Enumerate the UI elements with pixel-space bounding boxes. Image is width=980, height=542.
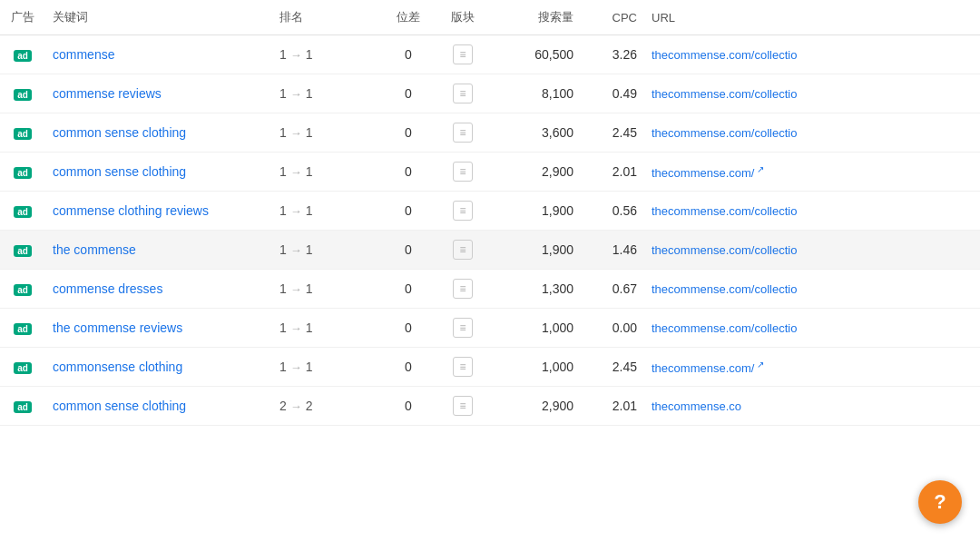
block-cell: ≡ <box>436 309 490 348</box>
keyword-link[interactable]: commense clothing reviews <box>53 203 209 218</box>
keyword-link[interactable]: common sense clothing <box>53 164 186 179</box>
url-cell[interactable]: thecommense.com/collectio <box>644 113 980 153</box>
rank-to: 1 <box>306 281 313 296</box>
rank-cell: 1→1 <box>272 35 381 74</box>
table-row: adcommense clothing reviews1→10≡1,9000.5… <box>0 192 980 231</box>
ad-cell: ad <box>0 35 45 74</box>
rank-to: 1 <box>306 125 313 140</box>
search-volume-cell: 1,900 <box>490 192 581 231</box>
keyword-link[interactable]: commense dresses <box>53 281 162 296</box>
url-link[interactable]: thecommense.com/ ↗ <box>652 166 764 180</box>
keyword-cell[interactable]: common sense clothing <box>45 153 272 192</box>
arrow-icon: → <box>290 204 302 218</box>
ad-cell: ad <box>0 387 45 426</box>
url-cell[interactable]: thecommense.co <box>644 387 980 426</box>
keyword-cell[interactable]: commense clothing reviews <box>45 192 272 231</box>
diff-cell: 0 <box>381 35 436 74</box>
url-cell[interactable]: thecommense.com/collectio <box>644 309 980 348</box>
ad-cell: ad <box>0 270 45 309</box>
cpc-cell: 2.45 <box>581 348 644 387</box>
keyword-cell[interactable]: common sense clothing <box>45 113 272 153</box>
rank-to: 1 <box>306 164 313 179</box>
table-row: adcommense dresses1→10≡1,3000.67thecomme… <box>0 270 980 309</box>
rank-from: 1 <box>279 320 287 335</box>
keyword-cell[interactable]: the commense <box>45 231 272 270</box>
keyword-cell[interactable]: the commense reviews <box>45 309 272 348</box>
url-cell[interactable]: thecommense.com/ ↗ <box>644 153 980 192</box>
rank-to: 1 <box>306 203 313 218</box>
cpc-cell: 0.67 <box>581 270 644 309</box>
block-cell: ≡ <box>436 348 490 387</box>
keyword-link[interactable]: the commense reviews <box>53 320 182 335</box>
cpc-cell: 1.46 <box>581 231 644 270</box>
keyword-cell[interactable]: common sense clothing <box>45 387 272 426</box>
keyword-cell[interactable]: commonsense clothing <box>45 348 272 387</box>
url-link[interactable]: thecommense.com/collectio <box>652 204 797 218</box>
keyword-link[interactable]: commense <box>53 47 114 62</box>
url-link[interactable]: thecommense.com/collectio <box>652 126 797 140</box>
rank-cell: 2→2 <box>272 387 381 426</box>
keyword-cell[interactable]: commense dresses <box>45 270 272 309</box>
search-volume-cell: 1,000 <box>490 309 581 348</box>
diff-cell: 0 <box>381 231 436 270</box>
table-row: adcommonsense clothing1→10≡1,0002.45thec… <box>0 348 980 387</box>
rank-cell: 1→1 <box>272 231 381 270</box>
search-volume-cell: 2,900 <box>490 387 581 426</box>
keyword-cell[interactable]: commense reviews <box>45 74 272 113</box>
rank-to: 1 <box>306 47 313 62</box>
url-link[interactable]: thecommense.com/collectio <box>652 87 797 101</box>
cpc-cell: 3.26 <box>581 35 644 74</box>
block-icon: ≡ <box>453 44 473 64</box>
url-link[interactable]: thecommense.com/collectio <box>652 48 797 62</box>
ad-cell: ad <box>0 348 45 387</box>
url-link[interactable]: thecommense.com/collectio <box>652 321 797 335</box>
block-icon: ≡ <box>453 357 473 377</box>
keyword-link[interactable]: common sense clothing <box>53 399 186 413</box>
url-cell[interactable]: thecommense.com/ ↗ <box>644 348 980 387</box>
arrow-icon: → <box>290 87 302 101</box>
ad-badge: ad <box>14 167 32 179</box>
block-cell: ≡ <box>436 74 490 113</box>
ad-cell: ad <box>0 74 45 113</box>
url-cell[interactable]: thecommense.com/collectio <box>644 192 980 231</box>
keyword-link[interactable]: commense reviews <box>53 86 162 101</box>
keyword-cell[interactable]: commense <box>45 35 272 74</box>
search-volume-cell: 8,100 <box>490 74 581 113</box>
block-cell: ≡ <box>436 113 490 153</box>
rank-cell: 1→1 <box>272 309 381 348</box>
header-ad: 广告 <box>0 0 45 35</box>
url-link[interactable]: thecommense.co <box>652 399 741 413</box>
block-icon: ≡ <box>453 396 473 416</box>
url-link[interactable]: thecommense.com/collectio <box>652 243 797 257</box>
ad-badge: ad <box>14 128 32 140</box>
url-cell[interactable]: thecommense.com/collectio <box>644 231 980 270</box>
url-link[interactable]: thecommense.com/ ↗ <box>652 361 764 375</box>
url-cell[interactable]: thecommense.com/collectio <box>644 270 980 309</box>
header-block: 版块 <box>436 0 490 35</box>
block-cell: ≡ <box>436 35 490 74</box>
url-link[interactable]: thecommense.com/collectio <box>652 282 797 296</box>
header-search-volume: 搜索量 <box>490 0 581 35</box>
diff-cell: 0 <box>381 74 436 113</box>
ad-badge: ad <box>14 284 32 296</box>
ad-badge: ad <box>14 50 32 62</box>
rank-cell: 1→1 <box>272 348 381 387</box>
keyword-link[interactable]: the commense <box>53 242 136 257</box>
block-icon: ≡ <box>453 201 473 221</box>
cpc-cell: 2.45 <box>581 113 644 153</box>
url-cell[interactable]: thecommense.com/collectio <box>644 35 980 74</box>
block-icon: ≡ <box>453 162 473 182</box>
rank-from: 2 <box>279 399 287 413</box>
rank-to: 2 <box>306 399 313 413</box>
rank-from: 1 <box>279 86 287 101</box>
keyword-link[interactable]: common sense clothing <box>53 125 186 140</box>
cpc-cell: 0.49 <box>581 74 644 113</box>
cpc-cell: 2.01 <box>581 153 644 192</box>
table-row: adcommon sense clothing2→20≡2,9002.01the… <box>0 387 980 426</box>
url-cell[interactable]: thecommense.com/collectio <box>644 74 980 113</box>
keyword-link[interactable]: commonsense clothing <box>53 360 182 374</box>
cpc-cell: 0.00 <box>581 309 644 348</box>
rank-from: 1 <box>279 47 287 62</box>
rank-cell: 1→1 <box>272 192 381 231</box>
ad-badge: ad <box>14 245 32 257</box>
